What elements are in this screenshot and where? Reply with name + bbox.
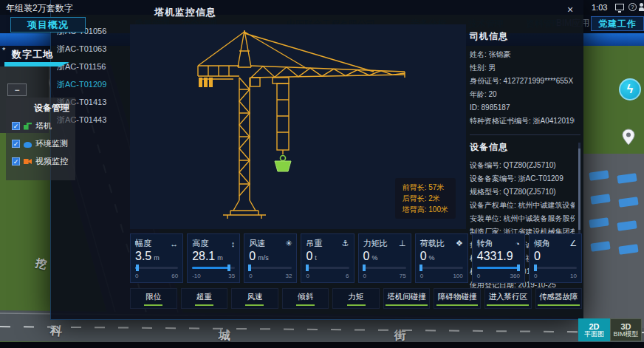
metric-max: 35 <box>228 273 235 279</box>
device-panel-title: 设备管理 <box>12 102 69 115</box>
help-icon[interactable]: ? <box>628 3 637 11</box>
metric-slider[interactable] <box>135 265 178 271</box>
car <box>590 241 610 252</box>
driver-field: 年龄: 20 <box>470 88 575 101</box>
car <box>590 194 610 205</box>
checkbox-checked[interactable]: ✓ <box>12 157 20 166</box>
device-field: 设备编号: QTZ80(ZJ5710) <box>470 159 575 172</box>
metric-tilt: 倾角∠ 0 010 <box>529 233 582 283</box>
party-work-button[interactable]: 党建工作 <box>591 16 644 31</box>
driver-field: ID: 8985187 <box>470 101 575 115</box>
project-overview-button[interactable]: 项目概况 <box>10 17 86 33</box>
metric-slider[interactable] <box>306 265 349 271</box>
wind-speed-icon: ✳ <box>285 239 292 248</box>
tab-active-underline <box>4 62 69 66</box>
device-info-title: 设备信息 <box>470 141 580 154</box>
monitor-icon[interactable] <box>615 4 624 10</box>
device-field: 规格型号: QTZ80(ZJ5710) <box>470 185 575 199</box>
metric-max: 60 <box>171 273 178 279</box>
crane-list-item-selected[interactable]: 浙AC-T01209 <box>54 75 129 93</box>
driver-field: 姓名: 张锦豪 <box>470 48 575 61</box>
device-layers-panel: 设备管理 ✓ 塔机 ✓ 环境监测 ✓ 视频监控 <box>6 98 75 180</box>
device-field: 设备备案编号: 浙AC-T01209 <box>470 172 575 185</box>
metric-label: 倾角 <box>534 238 550 249</box>
metric-wind-speed: 风速✳ 0m/s 032 <box>244 233 297 283</box>
metric-min: -10 <box>192 273 201 279</box>
metric-min: 0 <box>249 273 252 279</box>
metric-slider[interactable] <box>534 265 577 271</box>
road-label: 城 <box>219 328 231 344</box>
crane-list-item[interactable]: 浙AC-T01156 <box>54 58 129 75</box>
crane-icon <box>24 123 32 130</box>
car <box>589 170 609 181</box>
view-2d-button[interactable]: 2D 平面图 <box>578 318 610 341</box>
metric-slider[interactable] <box>420 265 463 271</box>
view-3d-label: 3D <box>620 323 631 330</box>
alarm-overweight-button[interactable]: 超重 <box>181 288 228 309</box>
alarm-moment-button[interactable]: 力矩 <box>332 288 380 309</box>
front-arm-length: 前臂长: 57米 <box>402 182 448 193</box>
metric-unit: m <box>217 254 223 262</box>
metric-max: 32 <box>285 273 292 279</box>
metric-max: 6 <box>346 273 349 279</box>
checkbox-checked[interactable]: ✓ <box>12 122 20 130</box>
crane-list-item[interactable]: 浙AC-T01063 <box>54 40 129 58</box>
metric-slider[interactable] <box>192 265 235 271</box>
layer-row-video[interactable]: ✓ 视频监控 <box>12 156 69 167</box>
metric-label: 转角 <box>477 238 493 249</box>
close-icon[interactable]: × <box>564 4 576 16</box>
alarm-sensor-fault-button[interactable]: 传感器故障 <box>535 288 583 309</box>
crane-monitor-modal: 塔机监控信息 × 浙AC-T01056 浙AC-T01063 浙AC-T0115… <box>50 0 583 320</box>
metric-load-ratio: 荷载比❖ 0% 0100 <box>415 233 468 283</box>
panel-collapse-button[interactable]: − <box>7 83 27 96</box>
metric-value: 0 <box>249 250 256 263</box>
metric-max: 100 <box>453 273 462 279</box>
lightning-button[interactable]: ϟ <box>619 78 641 100</box>
radius-icon: ↔ <box>170 239 178 248</box>
metric-max: 10 <box>570 273 577 279</box>
metric-slider[interactable] <box>477 265 520 271</box>
metric-label: 吊重 <box>306 238 322 249</box>
metric-slider[interactable] <box>363 265 406 271</box>
metric-value: 0 <box>420 250 427 263</box>
metric-label: 幅度 <box>135 238 151 249</box>
alarm-limit-button[interactable]: 限位 <box>130 288 177 309</box>
metric-slider[interactable] <box>249 265 292 271</box>
metric-value: 4331.9 <box>477 250 513 263</box>
alarm-obstacle-collision-button[interactable]: 障碍物碰撞 <box>434 288 481 309</box>
metric-unit: % <box>429 254 435 262</box>
app-title: 年组装2万套数字 <box>6 2 73 15</box>
alarm-forbidden-zone-button[interactable]: 进入禁行区 <box>484 288 532 309</box>
car <box>617 220 637 231</box>
scrollbar-thumb[interactable] <box>578 149 580 230</box>
metric-rotation: 转角◔ 4331.9 0360 <box>472 233 525 283</box>
tab-digital-site[interactable]: 数字工地 <box>12 48 53 61</box>
user-icon[interactable] <box>639 3 644 11</box>
checkbox-checked[interactable]: ✓ <box>12 140 20 148</box>
metrics-row: 幅度↔ 3.5m 060 高度↕ 28.1m -1035 风速✳ 0m/s 03… <box>130 233 582 283</box>
metric-value: 3.5 <box>135 250 151 263</box>
alarm-crane-collision-button[interactable]: 塔机间碰撞 <box>383 288 431 309</box>
alarm-wind-button[interactable]: 风速 <box>231 288 278 309</box>
car <box>618 244 638 255</box>
driver-field: 身份证号: 4127271999****655X <box>470 75 575 88</box>
crane-load <box>275 156 291 172</box>
metric-min: 0 <box>534 273 537 279</box>
layer-label: 环境监测 <box>35 138 68 149</box>
metric-value: 28.1 <box>192 250 215 263</box>
bottom-strip <box>0 342 644 348</box>
map-pin-icon[interactable] <box>622 129 635 149</box>
metric-load-weight: 吊重⚓ 0t 06 <box>301 233 354 283</box>
driver-field: 特种资格证书编号: 浙A0412019001317 <box>470 115 575 128</box>
layer-row-crane[interactable]: ✓ 塔机 <box>12 120 69 132</box>
alarm-tilt-button[interactable]: 倾斜 <box>282 288 329 309</box>
view-3d-button[interactable]: 3D BIM模型 <box>610 318 642 341</box>
driver-info-title: 司机信息 <box>470 30 580 43</box>
metric-unit: m/s <box>258 254 269 262</box>
layer-row-environment[interactable]: ✓ 环境监测 <box>12 138 69 149</box>
clock: 1:03 <box>592 3 607 12</box>
tab-bullet: * <box>2 46 5 55</box>
view-3d-sublabel: BIM模型 <box>613 330 638 338</box>
metric-unit: t <box>315 254 317 262</box>
metric-value: 0 <box>534 250 541 263</box>
